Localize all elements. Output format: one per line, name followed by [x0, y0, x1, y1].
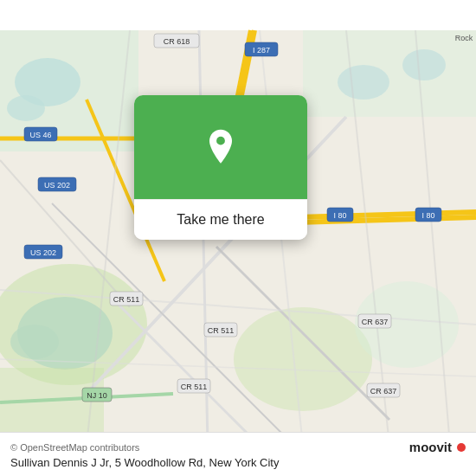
svg-text:US 202: US 202 — [30, 248, 56, 257]
svg-text:CR 511: CR 511 — [208, 326, 235, 335]
bottom-content: © OpenStreetMap contributors moovit Sull… — [10, 440, 466, 469]
svg-text:CR 618: CR 618 — [164, 37, 190, 46]
location-card: Take me there — [134, 95, 307, 240]
bottom-top-row: © OpenStreetMap contributors moovit — [10, 440, 466, 454]
svg-point-10 — [234, 307, 372, 411]
svg-text:I 287: I 287 — [253, 46, 270, 55]
svg-rect-8 — [303, 30, 476, 117]
svg-rect-7 — [0, 30, 138, 151]
svg-point-59 — [216, 137, 225, 145]
map-attribution: © OpenStreetMap contributors — [10, 442, 139, 453]
svg-text:US 46: US 46 — [29, 131, 51, 139]
svg-text:I 80: I 80 — [421, 211, 434, 220]
svg-text:CR 511: CR 511 — [181, 383, 208, 391]
svg-text:Rock: Rock — [455, 34, 473, 42]
address-text: Sullivan Dennis J Jr, 5 Woodhollow Rd, N… — [10, 456, 466, 469]
svg-text:NJ 10: NJ 10 — [87, 391, 107, 400]
moovit-brand-text: moovit — [409, 440, 452, 454]
card-map-area — [134, 95, 307, 199]
bottom-bar: © OpenStreetMap contributors moovit Sull… — [0, 432, 476, 476]
moovit-dot-icon — [457, 443, 466, 452]
svg-text:I 80: I 80 — [333, 211, 346, 220]
svg-text:US 202: US 202 — [44, 181, 70, 190]
svg-text:CR 511: CR 511 — [113, 295, 140, 304]
location-pin-icon — [202, 128, 240, 166]
moovit-logo: moovit — [409, 440, 466, 454]
svg-text:CR 637: CR 637 — [362, 318, 389, 326]
take-me-there-button[interactable]: Take me there — [134, 199, 307, 240]
svg-text:CR 637: CR 637 — [370, 387, 397, 396]
map-container: CR 618 I 287 US 46 US 202 US 202 I 80 I … — [0, 0, 476, 476]
